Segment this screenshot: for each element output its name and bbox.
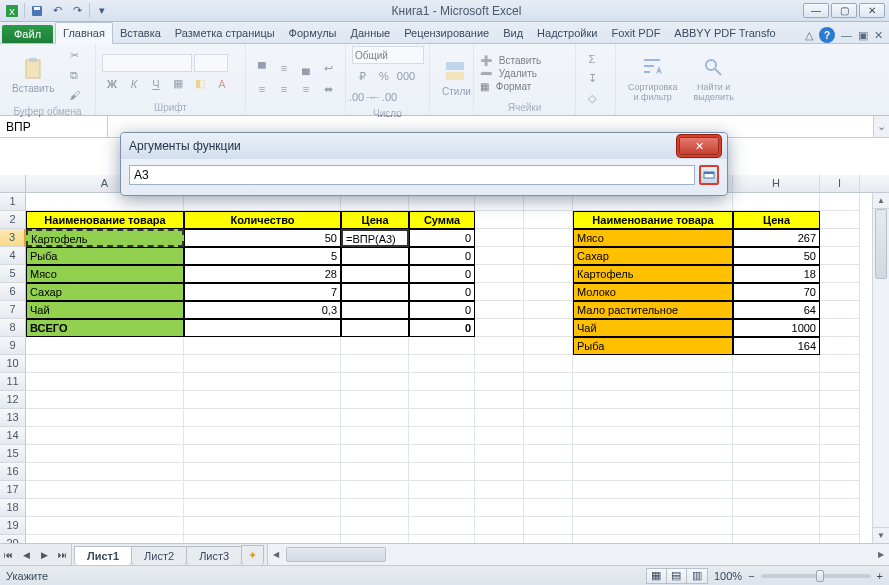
cell[interactable]: 50 [184, 229, 341, 247]
file-tab[interactable]: Файл [2, 25, 53, 43]
sheet-nav-prev-icon[interactable]: ◀ [18, 550, 36, 560]
tab-insert[interactable]: Вставка [113, 23, 168, 43]
cell[interactable]: 0 [409, 229, 475, 247]
row-header[interactable]: 11 [0, 373, 26, 391]
row-header[interactable]: 2 [0, 211, 26, 229]
styles-button[interactable]: Стили [436, 46, 477, 111]
row-header[interactable]: 8 [0, 319, 26, 337]
worksheet-grid[interactable]: A B C D E F G H I 1 2 Наименование товар… [0, 175, 889, 543]
row-header[interactable]: 9 [0, 337, 26, 355]
align-bot-icon[interactable]: ▄ [296, 59, 316, 77]
sheet-nav-next-icon[interactable]: ▶ [36, 550, 54, 560]
doc-close-icon[interactable]: ✕ [874, 29, 883, 42]
normal-view-button[interactable]: ▦ [647, 569, 667, 583]
cell[interactable]: 64 [733, 301, 820, 319]
tab-review[interactable]: Рецензирование [397, 23, 496, 43]
cell[interactable]: 0 [409, 265, 475, 283]
cell[interactable] [341, 301, 409, 319]
cell[interactable]: Сумма [409, 211, 475, 229]
currency-icon[interactable]: ₽ [352, 67, 372, 85]
cell[interactable] [184, 319, 341, 337]
sheet-tab[interactable]: Лист1 [74, 546, 132, 565]
scrollbar-thumb[interactable] [286, 547, 386, 562]
align-mid-icon[interactable]: ≡ [274, 59, 294, 77]
row-header[interactable]: 18 [0, 499, 26, 517]
font-name-select[interactable] [102, 54, 192, 72]
autosum-icon[interactable]: Σ [582, 50, 602, 68]
underline-button[interactable]: Ч [146, 75, 166, 93]
cell[interactable]: 164 [733, 337, 820, 355]
font-color-button[interactable]: A [212, 75, 232, 93]
page-break-view-button[interactable]: ▥ [687, 569, 707, 583]
zoom-out-button[interactable]: − [748, 570, 754, 582]
col-header[interactable]: I [820, 175, 860, 192]
doc-minimize-icon[interactable]: ― [841, 29, 852, 41]
row-header[interactable]: 15 [0, 445, 26, 463]
scroll-left-icon[interactable]: ◀ [268, 550, 284, 559]
dialog-range-input[interactable]: A3 [129, 165, 695, 185]
percent-icon[interactable]: % [374, 67, 394, 85]
cell[interactable]: Рыба [26, 247, 184, 265]
cell[interactable]: Наименование товара [26, 211, 184, 229]
cut-icon[interactable]: ✂ [64, 46, 84, 64]
cell[interactable]: Количество [184, 211, 341, 229]
border-button[interactable]: ▦ [168, 75, 188, 93]
cell[interactable] [341, 283, 409, 301]
delete-cells-button[interactable]: ➖ Удалить [480, 68, 541, 79]
save-icon[interactable] [29, 3, 45, 19]
sheet-tab[interactable]: Лист3 [186, 546, 242, 565]
inc-decimal-icon[interactable]: .00→ [352, 88, 372, 106]
zoom-slider[interactable] [761, 574, 871, 578]
row-header[interactable]: 20 [0, 535, 26, 543]
tab-page-layout[interactable]: Разметка страницы [168, 23, 282, 43]
cell[interactable]: Молоко [573, 283, 733, 301]
cell[interactable]: 267 [733, 229, 820, 247]
sort-filter-button[interactable]: Сортировка и фильтр [622, 46, 683, 111]
cell[interactable]: 70 [733, 283, 820, 301]
row-header[interactable]: 14 [0, 427, 26, 445]
name-box[interactable]: ВПР [0, 116, 108, 137]
insert-cells-button[interactable]: ➕ Вставить [480, 55, 541, 66]
scroll-right-icon[interactable]: ▶ [873, 550, 889, 559]
row-header[interactable]: 6 [0, 283, 26, 301]
font-size-select[interactable] [194, 54, 228, 72]
cell[interactable]: Мясо [573, 229, 733, 247]
paste-button[interactable]: Вставить [6, 46, 60, 104]
italic-button[interactable]: К [124, 75, 144, 93]
sheet-tab[interactable]: Лист2 [131, 546, 187, 565]
tab-view[interactable]: Вид [496, 23, 530, 43]
dec-decimal-icon[interactable]: ←.00 [374, 88, 394, 106]
fill-icon[interactable]: ↧ [582, 70, 602, 88]
horizontal-scrollbar[interactable]: ◀ ▶ [267, 544, 889, 565]
cell[interactable]: Чай [26, 301, 184, 319]
cell[interactable]: 28 [184, 265, 341, 283]
tab-formulas[interactable]: Формулы [282, 23, 344, 43]
align-left-icon[interactable]: ≡ [252, 80, 272, 98]
row-header[interactable]: 5 [0, 265, 26, 283]
cell-c3-active[interactable]: =ВПР(A3) [341, 229, 409, 247]
cell[interactable]: 0 [409, 319, 475, 337]
qat-dropdown-icon[interactable]: ▾ [94, 3, 110, 19]
comma-icon[interactable]: 000 [396, 67, 416, 85]
maximize-button[interactable]: ▢ [831, 3, 857, 18]
select-all-corner[interactable] [0, 175, 26, 192]
cell[interactable]: 50 [733, 247, 820, 265]
align-center-icon[interactable]: ≡ [274, 80, 294, 98]
dialog-expand-button[interactable] [699, 165, 719, 185]
scrollbar-thumb[interactable] [875, 209, 887, 279]
row-header[interactable]: 7 [0, 301, 26, 319]
copy-icon[interactable]: ⧉ [64, 66, 84, 84]
cell[interactable]: 18 [733, 265, 820, 283]
close-button[interactable]: ✕ [859, 3, 885, 18]
sheet-nav-first-icon[interactable]: ⏮ [0, 550, 18, 560]
cell[interactable]: 0 [409, 283, 475, 301]
format-cells-button[interactable]: ▦ Формат [480, 81, 541, 92]
cell[interactable]: 5 [184, 247, 341, 265]
row-header[interactable]: 12 [0, 391, 26, 409]
format-painter-icon[interactable]: 🖌 [64, 86, 84, 104]
tab-addins[interactable]: Надстройки [530, 23, 604, 43]
clear-icon[interactable]: ◇ [582, 90, 602, 108]
row-header[interactable]: 16 [0, 463, 26, 481]
col-header[interactable]: H [733, 175, 820, 192]
align-top-icon[interactable]: ▀ [252, 59, 272, 77]
